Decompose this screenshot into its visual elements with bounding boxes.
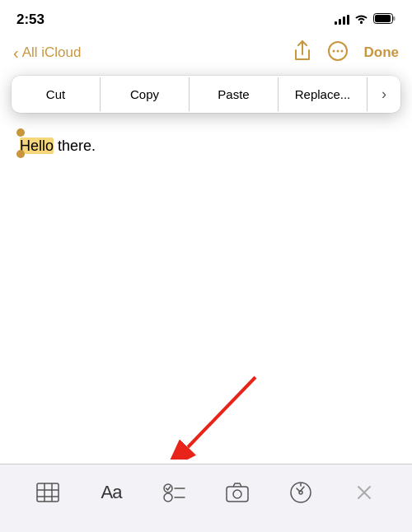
- format-label: Aa: [101, 482, 122, 503]
- svg-point-15: [164, 484, 172, 492]
- more-button[interactable]: [328, 41, 348, 65]
- paste-button[interactable]: Paste: [190, 77, 279, 111]
- svg-rect-10: [37, 483, 59, 502]
- format-button[interactable]: Aa: [93, 474, 129, 511]
- status-time: 2:53: [16, 12, 44, 28]
- context-menu: Cut Copy Paste Replace... ›: [12, 76, 400, 113]
- svg-point-5: [332, 49, 335, 52]
- share-button[interactable]: [293, 40, 311, 66]
- svg-point-7: [340, 49, 343, 52]
- nav-actions: Done: [293, 40, 400, 66]
- status-bar: 2:53: [0, 0, 412, 36]
- cut-button[interactable]: Cut: [12, 77, 101, 111]
- chevron-left-icon: ‹: [13, 44, 19, 63]
- camera-button[interactable]: [219, 474, 255, 511]
- remaining-text: there.: [54, 138, 96, 154]
- status-icons: [335, 12, 396, 27]
- svg-rect-19: [227, 487, 248, 502]
- close-keyboard-button[interactable]: [346, 474, 382, 511]
- table-button[interactable]: [30, 474, 66, 511]
- checklist-button[interactable]: [157, 474, 193, 511]
- back-button[interactable]: ‹ All iCloud: [13, 44, 81, 63]
- svg-point-0: [360, 21, 363, 24]
- svg-rect-3: [375, 15, 391, 22]
- replace-button[interactable]: Replace...: [279, 77, 368, 111]
- done-button[interactable]: Done: [364, 44, 400, 61]
- svg-point-20: [233, 490, 241, 498]
- signal-icon: [335, 15, 349, 25]
- nav-bar: ‹ All iCloud Done: [0, 36, 412, 72]
- bottom-toolbar: Aa: [0, 464, 412, 532]
- svg-point-6: [336, 49, 339, 52]
- copy-button[interactable]: Copy: [101, 77, 190, 111]
- compass-button[interactable]: [283, 474, 319, 511]
- cursor-handle-bottom[interactable]: [16, 150, 25, 158]
- text-editor[interactable]: Hello there.: [16, 135, 396, 157]
- content-area: Cut Copy Paste Replace... › Hello there.: [0, 72, 412, 464]
- svg-point-17: [164, 493, 172, 502]
- battery-icon: [373, 12, 396, 27]
- wifi-icon: [354, 12, 368, 27]
- svg-rect-2: [393, 16, 396, 21]
- more-menu-button[interactable]: ›: [368, 76, 400, 113]
- back-label: All iCloud: [22, 44, 82, 61]
- selected-text: Hello: [20, 138, 54, 154]
